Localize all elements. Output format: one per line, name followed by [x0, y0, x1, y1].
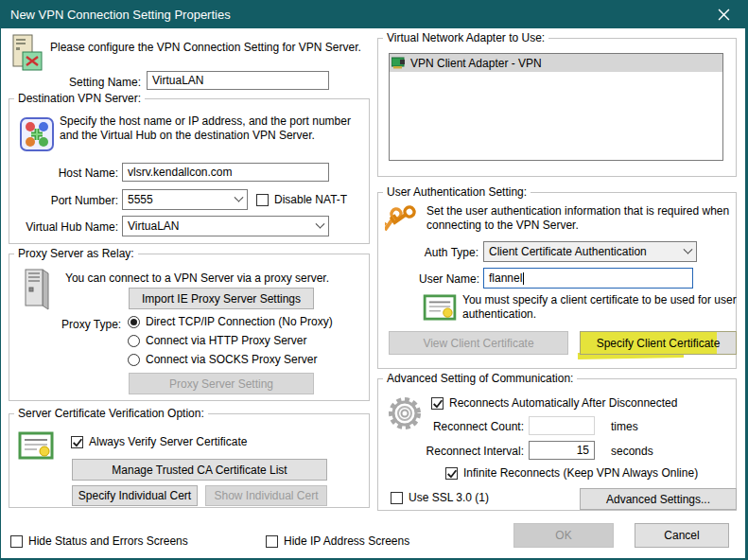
proxy-desc: You can connect to a VPN Server via a pr… [65, 271, 329, 285]
radio-socks-proxy-label: Connect via SOCKS Proxy Server [146, 353, 317, 366]
show-individual-cert-button: Show Individual Cert [205, 485, 327, 506]
cancel-label: Cancel [664, 529, 699, 542]
specify-client-cert-button[interactable]: Specify Client Certificate [580, 331, 737, 355]
user-name-value: flannel [489, 271, 522, 285]
checkmark-icon [445, 467, 459, 481]
hide-status-label: Hide Status and Errors Screens [28, 534, 188, 548]
auth-type-value: Client Certificate Authentication [489, 245, 647, 258]
gear-icon [385, 394, 425, 433]
reconnect-auto-label: Reconnects Automatically After Disconnec… [449, 396, 677, 410]
header-instruction: Please configure the VPN Connection Sett… [50, 41, 361, 54]
specify-individual-cert-label: Specify Individual Cert [78, 489, 191, 502]
cancel-button[interactable]: Cancel [635, 523, 729, 548]
radio-direct-tcpip-label: Direct TCP/IP Connection (No Proxy) [146, 315, 333, 328]
advanced-settings-label: Advanced Settings... [606, 493, 710, 506]
checkbox-unchecked [10, 535, 23, 548]
hide-ip-checkbox[interactable]: Hide IP Address Screens [266, 534, 409, 548]
port-number-value: 5555 [128, 193, 153, 206]
view-client-cert-label: View Client Certificate [423, 337, 533, 350]
reconnect-interval-unit: seconds [611, 445, 653, 458]
user-name-input[interactable]: flannel [483, 268, 693, 289]
cert-verify-group-label: Server Certificate Verification Option: [14, 407, 208, 420]
reconnect-interval-label: Reconnect Interval: [417, 445, 524, 458]
reconnect-count-unit: times [611, 420, 638, 433]
virtual-hub-value: VirtuaLAN [128, 219, 179, 233]
adapter-item-label: VPN Client Adapter - VPN [410, 57, 542, 70]
window-title: New VPN Connection Setting Properties [1, 8, 231, 22]
hide-status-checkbox[interactable]: Hide Status and Errors Screens [10, 534, 188, 548]
reconnect-count-label: Reconnect Count: [422, 420, 524, 433]
vpn-setting-icon [10, 34, 44, 78]
close-icon [718, 9, 730, 21]
auth-desc: Set the user authentication information … [426, 204, 731, 233]
specify-client-cert-label: Specify Client Certificate [597, 337, 721, 350]
destination-desc: Specify the host name or IP address, and… [60, 114, 366, 143]
virtual-hub-label: Virtual Hub Name: [16, 220, 118, 234]
ok-button: OK [513, 523, 614, 548]
radio-unselected-icon [128, 354, 140, 366]
radio-socks-proxy[interactable]: Connect via SOCKS Proxy Server [128, 353, 317, 366]
auth-type-label: Auth Type: [408, 246, 478, 259]
checkbox-checked [431, 397, 444, 410]
title-bar: New VPN Connection Setting Properties [1, 0, 745, 28]
checkbox-unchecked [391, 492, 403, 504]
always-verify-checkbox[interactable]: Always Verify Server Certificate [71, 435, 247, 448]
manage-ca-list-button[interactable]: Manage Trusted CA Certificate List [72, 459, 327, 481]
proxy-server-setting-button: Proxy Server Setting [129, 373, 314, 394]
proxy-server-setting-label: Proxy Server Setting [169, 377, 273, 391]
chevron-down-icon [684, 244, 693, 254]
radio-http-proxy[interactable]: Connect via HTTP Proxy Server [128, 334, 307, 347]
import-ie-proxy-label: Import IE Proxy Server Settings [142, 292, 301, 306]
checkbox-unchecked [266, 535, 278, 548]
manage-ca-list-label: Manage Trusted CA Certificate List [112, 464, 287, 477]
always-verify-label: Always Verify Server Certificate [89, 435, 247, 448]
radio-direct-tcpip[interactable]: Direct TCP/IP Connection (No Proxy) [128, 315, 333, 328]
reconnect-interval-input[interactable]: 15 [529, 441, 595, 460]
checkmark-icon [431, 397, 444, 411]
proxy-server-icon [24, 268, 52, 311]
hide-ip-label: Hide IP Address Screens [284, 534, 409, 548]
host-name-input[interactable]: vlsrv.kendallcon.com [122, 163, 329, 182]
adapter-listbox: VPN Client Adapter - VPN [389, 53, 723, 161]
disable-natt-checkbox[interactable]: Disable NAT-T [256, 193, 347, 206]
advanced-settings-button[interactable]: Advanced Settings... [580, 488, 737, 510]
text-caret [523, 272, 524, 285]
specify-individual-cert-button[interactable]: Specify Individual Cert [72, 485, 198, 506]
view-client-cert-button: View Client Certificate [389, 331, 568, 355]
certificate-icon [18, 431, 54, 460]
checkmark-icon [71, 436, 84, 449]
port-number-label: Port Number: [29, 194, 118, 207]
proxy-group-label: Proxy Server as Relay: [14, 247, 138, 260]
use-ssl3-label: Use SSL 3.0 (1) [409, 491, 489, 504]
auth-group-label: User Authentication Setting: [383, 185, 531, 199]
adapter-group-label: Virtual Network Adapter to Use: [383, 31, 548, 44]
dialog-window: New VPN Connection Setting Properties Pl… [0, 0, 748, 560]
ok-label: OK [555, 529, 571, 542]
certificate-icon [423, 294, 457, 321]
use-ssl3-checkbox[interactable]: Use SSL 3.0 (1) [391, 491, 489, 504]
network-adapter-icon [391, 57, 407, 70]
adapter-list-item[interactable]: VPN Client Adapter - VPN [390, 54, 722, 72]
close-button[interactable] [703, 0, 745, 28]
destination-group-label: Destination VPN Server: [14, 92, 145, 105]
reconnect-auto-checkbox[interactable]: Reconnects Automatically After Disconnec… [431, 396, 677, 410]
host-name-value: vlsrv.kendallcon.com [128, 166, 232, 179]
show-individual-cert-label: Show Individual Cert [214, 489, 318, 502]
advanced-group-label: Advanced Setting of Communication: [383, 372, 577, 385]
vpn-hub-icon [20, 117, 54, 151]
import-ie-proxy-button[interactable]: Import IE Proxy Server Settings [129, 288, 314, 309]
cert-note: You must specify a client certificate to… [462, 293, 739, 322]
setting-name-input[interactable]: VirtuaLAN [147, 71, 329, 90]
virtual-hub-combo[interactable]: VirtuaLAN [122, 216, 329, 236]
auth-type-combo[interactable]: Client Certificate Authentication [483, 241, 697, 262]
reconnect-count-input[interactable] [529, 416, 595, 435]
host-name-label: Host Name: [39, 166, 118, 180]
setting-name-label: Setting Name: [39, 76, 141, 89]
proxy-type-label: Proxy Type: [61, 318, 121, 331]
checkbox-unchecked [256, 194, 269, 206]
checkbox-checked [445, 467, 458, 480]
user-name-label: User Name: [406, 272, 479, 286]
port-number-combo[interactable]: 5555 [122, 189, 248, 210]
infinite-reconnects-checkbox[interactable]: Infinite Reconnects (Keep VPN Always Onl… [445, 466, 698, 480]
reconnect-interval-value: 15 [577, 444, 589, 457]
